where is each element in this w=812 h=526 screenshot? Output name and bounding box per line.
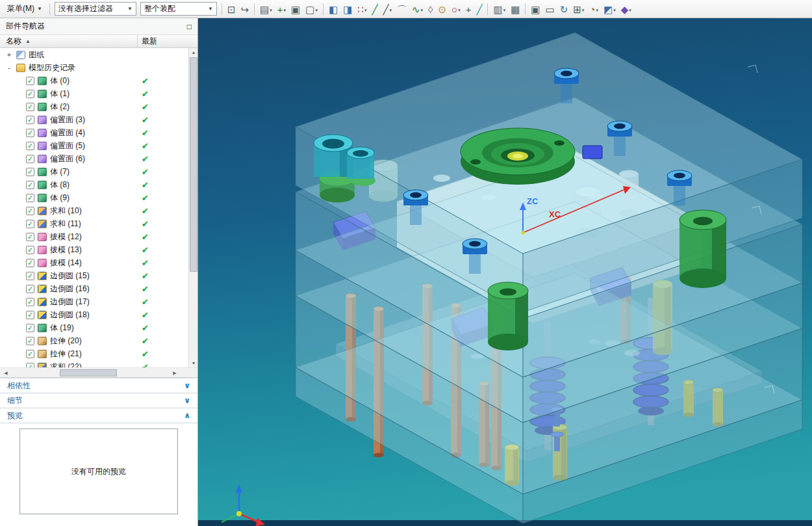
tree-item[interactable]: ✓ 边倒圆 (15) ✔ — [0, 269, 188, 282]
expander-icon[interactable]: - — [5, 64, 13, 72]
item-checkbox[interactable]: ✓ — [26, 311, 34, 319]
scroll-left-icon[interactable]: ◀ — [1, 369, 10, 377]
circle-icon[interactable]: ○▾ — [450, 1, 463, 17]
snap-grid-icon[interactable]: ⊞▾ — [571, 1, 586, 17]
tree-item[interactable]: ✓ 体 (8) ✔ — [0, 178, 188, 191]
dropdown-caret-icon[interactable]: ▾ — [421, 4, 424, 17]
tree-item[interactable]: ✓ 体 (19) ✔ — [0, 321, 188, 334]
graphics-viewport[interactable]: ZC XC — [198, 18, 812, 526]
item-checkbox[interactable]: ✓ — [26, 129, 34, 137]
item-checkbox[interactable]: ✓ — [26, 272, 34, 280]
dropdown-caret-icon[interactable]: ▾ — [458, 4, 461, 17]
block-b-icon[interactable]: ◨ — [341, 1, 354, 17]
tree-item[interactable]: ✓ 偏置面 (6) ✔ — [0, 152, 188, 165]
dropdown-caret-icon[interactable]: ▾ — [389, 4, 392, 17]
tree-item[interactable]: ✓ 拔模 (12) ✔ — [0, 230, 188, 243]
item-checkbox[interactable]: ✓ — [26, 220, 34, 228]
block-a-icon[interactable]: ◧ — [327, 1, 340, 17]
tree-item[interactable]: ✓ 边倒圆 (18) ✔ — [0, 308, 188, 321]
chevron-up-icon[interactable]: ∧ — [184, 411, 190, 420]
point-icon[interactable]: + — [464, 1, 474, 17]
dropdown-caret-icon[interactable]: ▾ — [582, 4, 585, 17]
tree-horizontal-scrollbar[interactable]: ◀ ▶ — [0, 368, 197, 378]
selection-rectangle-icon[interactable]: ▢▾ — [303, 1, 320, 17]
tree-item[interactable]: ✓ 偏置面 (3) ✔ — [0, 113, 188, 126]
object-display-icon[interactable]: ◔▾ — [587, 1, 600, 17]
dropdown-caret-icon[interactable]: ▾ — [364, 4, 367, 17]
slide-block[interactable] — [583, 146, 602, 159]
tree-item[interactable]: ✓ 体 (7) ✔ — [0, 165, 188, 178]
horizontal-scrollbar-thumb[interactable] — [60, 369, 117, 376]
chevron-down-icon[interactable]: ∨ — [184, 381, 190, 390]
line-sketch-icon[interactable]: ╱ — [370, 1, 379, 17]
item-checkbox[interactable]: ✓ — [26, 233, 34, 241]
item-checkbox[interactable]: ✓ — [26, 259, 34, 267]
item-checkbox[interactable]: ✓ — [26, 181, 34, 189]
chevron-down-icon[interactable]: ∨ — [184, 396, 190, 405]
tree-item[interactable]: ✓ 拉伸 (21) ✔ — [0, 347, 188, 360]
dropdown-caret-icon[interactable]: ▾ — [270, 4, 272, 17]
item-checkbox[interactable]: ✓ — [26, 142, 34, 150]
tree-item[interactable]: ✓ 体 (0) ✔ — [0, 74, 188, 87]
item-checkbox[interactable]: ✓ — [26, 207, 34, 215]
inclined-line-icon[interactable]: ╱ — [474, 1, 484, 17]
tree-item[interactable]: ✓ 边倒圆 (16) ✔ — [0, 282, 188, 295]
tree-vertical-scrollbar[interactable]: ▲ ▼ — [188, 48, 197, 367]
dropdown-caret-icon[interactable]: ▾ — [284, 4, 286, 17]
rendering-style-icon[interactable]: ◆▾ — [619, 1, 633, 17]
studio-spline-icon[interactable]: ∿▾ — [410, 1, 425, 17]
view-orient-icon[interactable]: ▥▾ — [491, 1, 507, 17]
section-dependencies[interactable]: 相依性 ∨ — [0, 378, 197, 393]
tree-item[interactable]: ✓ 体 (1) ✔ — [0, 87, 188, 100]
dropdown-caret-icon[interactable]: ▾ — [629, 4, 631, 17]
datum-grid-icon[interactable]: ▦ — [509, 1, 522, 17]
selection-filter-dropdown[interactable]: 没有选择过滤器 ▼ — [55, 2, 136, 16]
scroll-down-icon[interactable]: ▼ — [189, 359, 197, 367]
undock-panel-button[interactable]: □ — [187, 22, 192, 31]
column-name-header[interactable]: 名称 ▲ — [0, 35, 138, 47]
tree-item[interactable]: ✓ 边倒圆 (17) ✔ — [0, 295, 188, 308]
point-set-icon[interactable]: ∷▾ — [355, 1, 368, 17]
item-checkbox[interactable]: ✓ — [26, 363, 34, 368]
item-checkbox[interactable]: ✓ — [26, 77, 34, 85]
snap-point-icon[interactable]: ⊡ — [225, 1, 238, 17]
section-preview[interactable]: 预览 ∧ — [0, 408, 197, 423]
window-cascade-icon[interactable]: ▣ — [529, 1, 542, 17]
tree-item[interactable]: ✓ 体 (2) ✔ — [0, 100, 188, 113]
column-latest-header[interactable]: 最新 — [138, 35, 197, 47]
tree-item[interactable]: ✓ 体 (9) ✔ — [0, 191, 188, 204]
assembly-scope-dropdown[interactable]: 整个装配 ▼ — [140, 2, 217, 16]
dropdown-caret-icon[interactable]: ▾ — [315, 4, 318, 17]
tree-item[interactable]: ✓ 求和 (10) ✔ — [0, 204, 188, 217]
shaded-view-icon[interactable]: ◩▾ — [602, 1, 618, 17]
tree-item[interactable]: ✓ 拔模 (14) ✔ — [0, 256, 188, 269]
refresh-icon[interactable]: ↻ — [558, 1, 570, 17]
dropdown-caret-icon[interactable]: ▾ — [596, 4, 598, 17]
arc-icon[interactable]: ⌒ — [395, 1, 409, 17]
item-checkbox[interactable]: ✓ — [26, 337, 34, 345]
item-checkbox[interactable]: ✓ — [26, 298, 34, 306]
add-component-icon[interactable]: +▾ — [275, 1, 288, 17]
tree-item[interactable]: ✓ 求和 (11) ✔ — [0, 217, 188, 230]
viewport-canvas[interactable]: ZC XC — [198, 18, 812, 526]
scroll-up-icon[interactable]: ▲ — [189, 48, 197, 57]
tree-item[interactable]: + 图纸 — [0, 48, 188, 61]
menu-button[interactable]: 菜单(M) ▼ — [3, 1, 47, 16]
tree-item[interactable]: ✓ 拔模 (13) ✔ — [0, 243, 188, 256]
item-checkbox[interactable]: ✓ — [26, 168, 34, 176]
tree-item[interactable]: ✓ 拉伸 (20) ✔ — [0, 334, 188, 347]
vertical-scrollbar-thumb[interactable] — [190, 57, 197, 272]
item-checkbox[interactable]: ✓ — [26, 246, 34, 254]
scroll-right-icon[interactable]: ▶ — [170, 369, 179, 377]
item-checkbox[interactable]: ✓ — [26, 350, 34, 358]
dialog-window-icon[interactable]: ▤▾ — [258, 1, 274, 17]
line-icon[interactable]: ╱▾ — [381, 1, 394, 17]
expander-icon[interactable]: + — [5, 51, 13, 59]
section-details[interactable]: 细节 ∨ — [0, 393, 197, 408]
item-checkbox[interactable]: ✓ — [26, 155, 34, 163]
copy-icon[interactable]: ▣ — [289, 1, 302, 17]
show-display-icon[interactable]: ▭ — [544, 1, 557, 17]
item-checkbox[interactable]: ✓ — [26, 285, 34, 293]
item-checkbox[interactable]: ✓ — [26, 324, 34, 332]
tree-item[interactable]: - 模型历史记录 — [0, 61, 188, 74]
